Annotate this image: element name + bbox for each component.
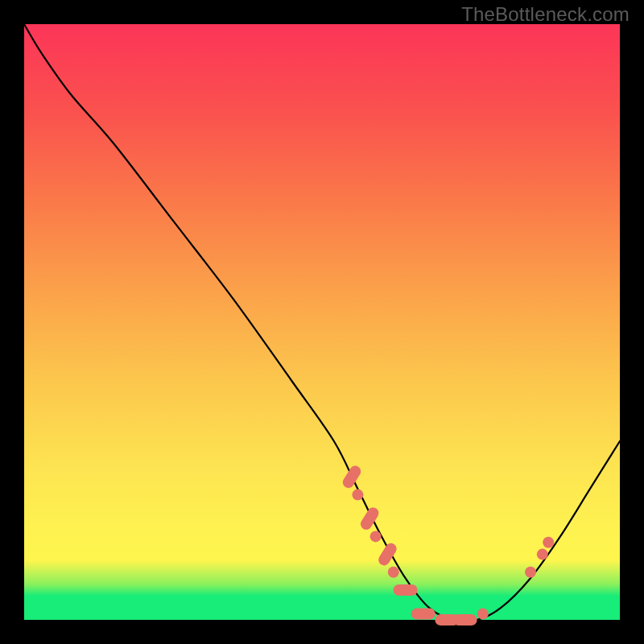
marker-pill (377, 541, 399, 568)
marker-pill (341, 464, 363, 490)
watermark-text: TheBottleneck.com (461, 3, 630, 26)
marker-pill (453, 614, 477, 625)
marker-dot (525, 567, 536, 578)
marker-dot (370, 530, 382, 542)
marker-group (341, 464, 554, 625)
bottleneck-curve (24, 24, 620, 621)
marker-pill (394, 584, 418, 596)
marker-pill (411, 609, 436, 620)
marker-dot (537, 549, 548, 560)
marker-dot (352, 489, 363, 501)
plot-overlay (24, 24, 620, 620)
marker-dot (477, 609, 489, 620)
chart-container: TheBottleneck.com (0, 0, 644, 644)
marker-dot (543, 537, 554, 548)
marker-dot (388, 567, 399, 578)
